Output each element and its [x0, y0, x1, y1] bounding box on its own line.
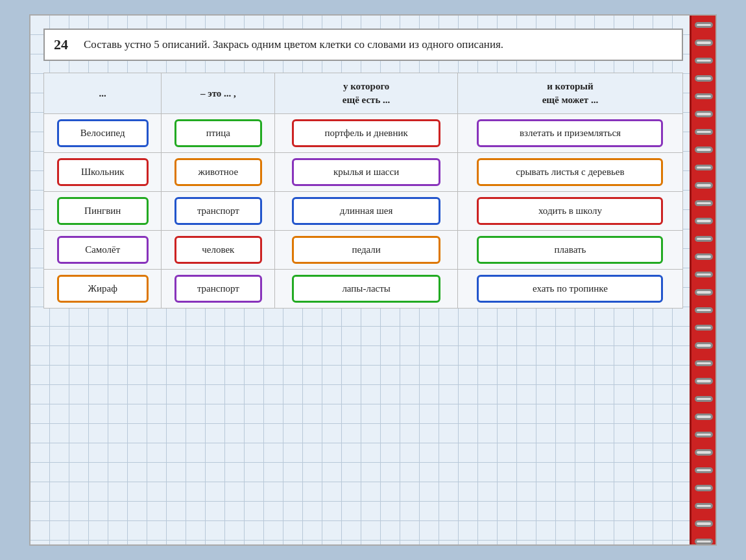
table-container: ... – это ... , у которогоещё есть ... и… — [43, 73, 683, 309]
cell-text-r1-c2: птица — [174, 119, 262, 147]
spiral-loop — [695, 414, 713, 419]
main-table: ... – это ... , у которогоещё есть ... и… — [43, 73, 683, 309]
cell-r2-c2[interactable]: животное — [162, 153, 275, 192]
spiral-loop — [695, 325, 713, 331]
cell-text-r4-c3: педали — [292, 236, 440, 264]
cell-r3-c3[interactable]: длинная шея — [275, 192, 458, 231]
cell-r3-c4[interactable]: ходить в школу — [457, 192, 682, 231]
cell-r5-c4[interactable]: ехать по тропинке — [457, 270, 682, 309]
col-header-1: ... — [44, 73, 162, 114]
cell-text-r4-c4: плавать — [477, 236, 663, 264]
spiral-loop — [695, 58, 713, 64]
cell-text-r4-c2: человек — [174, 236, 262, 264]
task-number: 24 — [54, 36, 73, 53]
spiral-loop — [695, 289, 713, 295]
cell-text-r3-c4: ходить в школу — [477, 197, 663, 225]
spiral-loop — [695, 432, 713, 438]
spiral-loop — [695, 539, 713, 544]
spiral-loop — [695, 129, 713, 135]
cell-r5-c1[interactable]: Жираф — [44, 270, 162, 309]
cell-r5-c2[interactable]: транспорт — [162, 270, 275, 309]
spiral-loop — [695, 111, 713, 117]
task-header: 24 Составь устно 5 описаний. Закрась одн… — [43, 29, 683, 61]
cell-r1-c3[interactable]: портфель и дневник — [275, 114, 458, 153]
spiral-loop — [695, 75, 713, 81]
spiral-loop — [695, 22, 713, 28]
spiral-loop — [695, 396, 713, 402]
cell-r5-c3[interactable]: лапы-ласты — [275, 270, 458, 309]
cell-r3-c2[interactable]: транспорт — [162, 192, 275, 231]
cell-r4-c4[interactable]: плавать — [457, 231, 682, 270]
spiral-loop — [695, 200, 713, 206]
cell-r4-c3[interactable]: педали — [275, 231, 458, 270]
table-row: Жирафтранспортлапы-ластыехать по тропинк… — [44, 270, 683, 309]
spiral-loop — [695, 253, 713, 259]
task-text: Составь устно 5 описаний. Закрась одним … — [84, 36, 503, 53]
cell-text-r5-c3: лапы-ласты — [292, 275, 440, 303]
spiral-loop — [695, 182, 713, 188]
cell-text-r2-c3: крылья и шасси — [292, 158, 440, 186]
cell-text-r5-c4: ехать по тропинке — [477, 275, 663, 303]
cell-r3-c1[interactable]: Пингвин — [44, 192, 162, 231]
cell-text-r3-c2: транспорт — [174, 197, 262, 225]
table-row: Велосипедптицапортфель и дневниквзлетать… — [44, 114, 683, 153]
spiral-loop — [695, 93, 713, 99]
table-row: Самолётчеловекпедалиплавать — [44, 231, 683, 270]
spiral-loop — [695, 378, 713, 384]
cell-text-r1-c1: Велосипед — [57, 119, 149, 147]
cell-r2-c1[interactable]: Школьник — [44, 153, 162, 192]
spiral-loop — [695, 342, 713, 348]
spiral-loop — [695, 165, 713, 170]
spiral-loop — [695, 218, 713, 224]
cell-text-r5-c2: транспорт — [174, 275, 262, 303]
spiral-loop — [695, 360, 713, 366]
spiral-loop — [695, 272, 713, 277]
cell-text-r3-c1: Пингвин — [57, 197, 149, 225]
spiral-loop — [695, 40, 713, 45]
spiral-loop — [695, 503, 713, 509]
cell-r1-c4[interactable]: взлетать и приземляться — [457, 114, 682, 153]
spiral-loop — [695, 449, 713, 455]
notebook: 24 Составь устно 5 описаний. Закрась одн… — [29, 14, 717, 546]
content-area: 24 Составь устно 5 описаний. Закрась одн… — [43, 29, 683, 531]
spiral-loop — [695, 146, 713, 152]
cell-r2-c3[interactable]: крылья и шасси — [275, 153, 458, 192]
cell-r2-c4[interactable]: срывать листья с деревьев — [457, 153, 682, 192]
spiral-loop — [695, 307, 713, 313]
col-header-3: у которогоещё есть ... — [275, 73, 458, 114]
cell-text-r3-c3: длинная шея — [292, 197, 440, 225]
cell-r4-c2[interactable]: человек — [162, 231, 275, 270]
spiral-loop — [695, 485, 713, 491]
cell-r1-c2[interactable]: птица — [162, 114, 275, 153]
cell-text-r4-c1: Самолёт — [57, 236, 149, 264]
table-row: Пингвинтранспортдлинная шеяходить в школ… — [44, 192, 683, 231]
cell-text-r1-c4: взлетать и приземляться — [477, 119, 663, 147]
col-header-4: и которыйещё может ... — [457, 73, 682, 114]
spiral-loop — [695, 520, 713, 526]
cell-r1-c1[interactable]: Велосипед — [44, 114, 162, 153]
cell-text-r2-c2: животное — [174, 158, 262, 186]
cell-text-r2-c1: Школьник — [57, 158, 149, 186]
spiral-loop — [695, 467, 713, 473]
cell-text-r2-c4: срывать листья с деревьев — [477, 158, 663, 186]
table-row: Школьникживотноекрылья и шассисрывать ли… — [44, 153, 683, 192]
spiral-binding — [690, 16, 716, 544]
spiral-loop — [695, 236, 713, 242]
cell-text-r5-c1: Жираф — [57, 275, 149, 303]
col-header-2: – это ... , — [162, 73, 275, 114]
cell-text-r1-c3: портфель и дневник — [292, 119, 440, 147]
cell-r4-c1[interactable]: Самолёт — [44, 231, 162, 270]
